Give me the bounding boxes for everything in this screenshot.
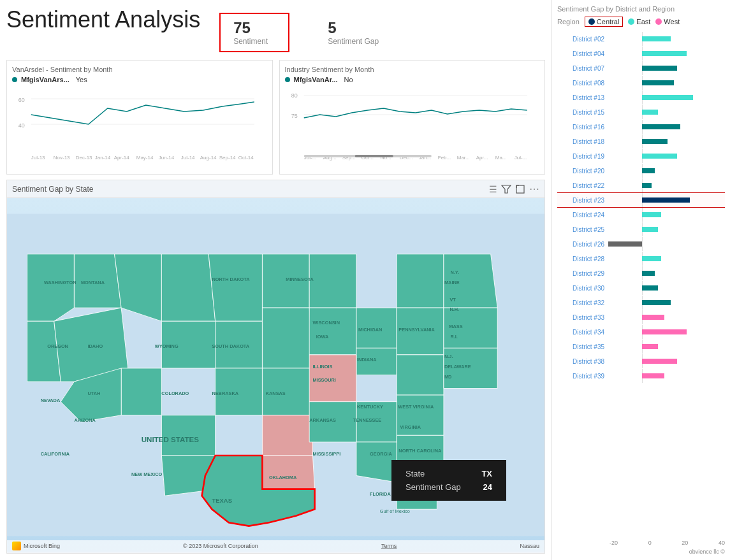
district-row: District #13 xyxy=(557,90,725,104)
district-bar xyxy=(642,315,664,320)
svg-text:ARIZONA: ARIZONA xyxy=(74,417,96,423)
district-row: District #19 xyxy=(557,149,725,163)
svg-text:MICHIGAN: MICHIGAN xyxy=(358,327,382,333)
svg-text:INDIANA: INDIANA xyxy=(357,357,377,363)
state-va xyxy=(397,355,444,395)
svg-text:Feb...: Feb... xyxy=(437,155,450,161)
tooltip-state-row: State TX xyxy=(405,469,492,478)
svg-text:DELAWARE: DELAWARE xyxy=(444,364,471,370)
region-west[interactable]: West xyxy=(655,18,680,25)
svg-text:Jun-14: Jun-14 xyxy=(159,155,175,161)
district-name: District #20 xyxy=(557,168,608,175)
vanarsdel-dot xyxy=(12,77,17,82)
svg-text:VIRGINIA: VIRGINIA xyxy=(400,424,421,430)
district-row: District #04 xyxy=(557,47,725,61)
svg-text:WEST VIRGINIA: WEST VIRGINIA xyxy=(398,404,434,410)
svg-text:PENNSYLVANIA: PENNSYLVANIA xyxy=(398,327,435,333)
state-ga xyxy=(356,442,397,482)
expand-icon[interactable] xyxy=(515,184,525,194)
district-bar xyxy=(642,110,658,115)
industry-chart: Industry Sentiment by Month MfgisVanAr..… xyxy=(279,60,546,175)
district-row: District #08 xyxy=(557,76,725,90)
filter-icon[interactable] xyxy=(501,184,511,194)
district-row: District #25 xyxy=(557,222,725,236)
svg-text:OKLAHOMA: OKLAHOMA xyxy=(269,475,297,480)
state-wa xyxy=(27,254,75,321)
vanarsdel-chart-title: VanArsdel - Sentiment by Month xyxy=(12,66,267,73)
district-row: District #32 xyxy=(557,296,725,310)
district-bar xyxy=(642,300,671,305)
district-name: District #29 xyxy=(557,270,608,277)
svg-text:IDAHO: IDAHO xyxy=(87,343,103,349)
svg-rect-32 xyxy=(354,155,393,157)
district-name: District #18 xyxy=(557,138,608,145)
svg-text:Sep-14: Sep-14 xyxy=(219,155,236,161)
svg-text:Jul-14: Jul-14 xyxy=(181,155,195,161)
district-row: District #29 xyxy=(557,266,725,280)
district-bar xyxy=(642,271,655,276)
svg-text:WYOMING: WYOMING xyxy=(155,343,179,349)
map-tooltip: State TX Sentiment Gap 24 xyxy=(391,460,506,501)
svg-text:Dec-13: Dec-13 xyxy=(76,155,92,161)
district-name: District #08 xyxy=(557,80,608,87)
district-bar xyxy=(642,373,664,378)
svg-text:KANSAS: KANSAS xyxy=(266,391,286,396)
district-bar xyxy=(642,168,655,173)
district-bar xyxy=(642,66,677,71)
district-name: District #04 xyxy=(557,50,608,57)
sentiment-value: 75 xyxy=(233,19,275,37)
right-panel-title: Sentiment Gap by District and Region xyxy=(557,5,725,13)
district-row: District #22 xyxy=(557,178,725,192)
district-bar xyxy=(642,344,658,349)
sentiment-label: Sentiment xyxy=(233,37,275,46)
district-row: District #35 xyxy=(557,340,725,354)
gap-metric: 5 Sentiment Gap xyxy=(315,14,391,51)
svg-text:UNITED STATES: UNITED STATES xyxy=(142,436,200,443)
central-dot xyxy=(588,18,595,25)
gap-label: Sentiment Gap xyxy=(328,37,379,46)
svg-text:MISSOURI: MISSOURI xyxy=(312,377,335,383)
district-row: District #33 xyxy=(557,310,725,324)
district-row: District #02 xyxy=(557,32,725,46)
svg-text:TENNESSEE: TENNESSEE xyxy=(353,417,382,423)
district-bar xyxy=(642,197,690,203)
district-name: District #24 xyxy=(557,212,608,219)
state-mt xyxy=(161,254,215,321)
region-east[interactable]: East xyxy=(628,18,650,25)
svg-text:MISSISSIPPI: MISSISSIPPI xyxy=(312,451,340,457)
svg-text:MAINE: MAINE xyxy=(444,280,460,285)
industry-legend: MfgisVanAr... No xyxy=(285,76,540,83)
district-name: District #16 xyxy=(557,124,608,131)
industry-svg: 80 75 Jul-... Aug... Sep... Oct... No...… xyxy=(285,86,540,162)
district-bar xyxy=(642,285,658,291)
more-icon[interactable]: ⋯ xyxy=(529,183,539,195)
svg-text:Jul-...: Jul-... xyxy=(514,155,527,161)
district-name: District #32 xyxy=(557,299,608,306)
district-bar xyxy=(642,95,693,100)
page-title: Sentiment Analysis xyxy=(6,6,200,33)
svg-text:MINNESOTA: MINNESOTA xyxy=(286,276,314,282)
bing-logo: Microsoft Bing xyxy=(12,542,60,550)
state-ia xyxy=(262,308,312,368)
district-row: District #28 xyxy=(557,252,725,266)
x-axis: -20 0 20 40 xyxy=(557,540,725,546)
svg-text:Apr-14: Apr-14 xyxy=(114,155,130,161)
district-name: District #39 xyxy=(557,373,608,380)
svg-text:MASS: MASS xyxy=(449,324,462,329)
district-name: District #28 xyxy=(557,255,608,262)
map-section: Sentiment Gap by State ☰ ⋯ xyxy=(6,180,545,554)
tooltip-gap-row: Sentiment Gap 24 xyxy=(405,482,492,492)
district-bar-chart: District #02District #04District #07Dist… xyxy=(557,32,725,538)
district-bar xyxy=(642,256,661,261)
district-bar xyxy=(642,212,661,217)
svg-text:Jul-13: Jul-13 xyxy=(31,155,45,161)
svg-rect-34 xyxy=(516,185,524,193)
svg-text:NEBRASKA: NEBRASKA xyxy=(212,391,238,396)
district-bar xyxy=(642,154,677,159)
district-row: District #34 xyxy=(557,325,725,339)
svg-text:80: 80 xyxy=(291,92,297,99)
region-central[interactable]: Central xyxy=(585,17,623,27)
district-row: District #38 xyxy=(557,354,725,368)
district-row: District #23 xyxy=(557,193,725,207)
district-bar xyxy=(642,139,668,144)
